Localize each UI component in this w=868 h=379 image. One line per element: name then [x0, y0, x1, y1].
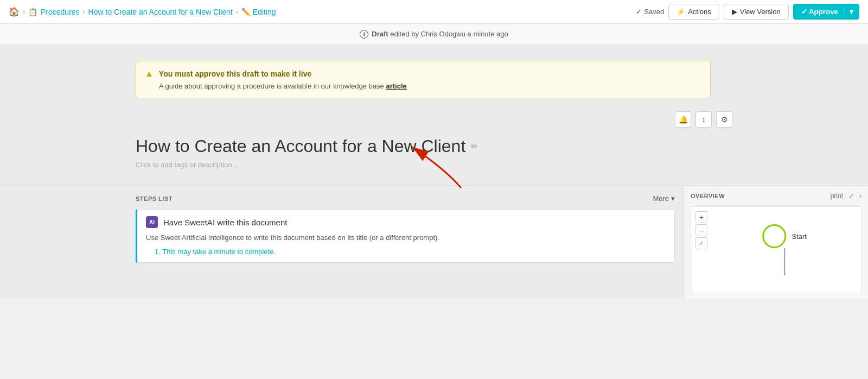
warning-description: A guide about approving a procedure is a…	[145, 82, 699, 90]
steps-card-title: Have SweetAI write this document	[163, 218, 287, 227]
flow-connector-line	[784, 248, 785, 264]
warning-triangle-icon: ▲	[145, 69, 154, 79]
chevron-down-icon: ▾	[671, 194, 675, 203]
flow-start-label: Start	[792, 232, 806, 241]
zoom-out-button[interactable]: –	[695, 224, 707, 236]
expand-icon[interactable]: ⤢	[848, 192, 854, 200]
steps-panel: STEPS LIST More ▾ AI Have SweetAI write …	[0, 186, 684, 299]
info-icon: i	[360, 30, 368, 39]
overview-header: OVERVIEW print ⤢ ›	[691, 192, 861, 200]
steps-more-button[interactable]: More ▾	[653, 194, 675, 203]
editing-label: ✏️ Editing	[241, 8, 276, 16]
play-icon: ▶	[732, 8, 737, 16]
print-button[interactable]: print	[831, 192, 843, 200]
settings-button[interactable]: ⚙	[716, 111, 732, 128]
approve-dropdown-arrow[interactable]: ▾	[844, 8, 859, 16]
draft-text: You must approve this draft to make it l…	[372, 30, 508, 38]
breadcrumb-document[interactable]: How to Create an Account for a New Clien…	[88, 8, 233, 16]
flow-start-circle	[762, 224, 786, 248]
steps-card-header: AI Have SweetAI write this document	[146, 216, 666, 228]
steps-card-body: Use Sweet Artificial Intelligence to wri…	[146, 232, 666, 243]
flow-diagram: Start	[762, 224, 806, 275]
document-toolbar: 🔔 ↕ ⚙	[136, 111, 732, 128]
flow-line-end	[784, 264, 785, 275]
overview-controls: print ⤢ ›	[831, 192, 861, 200]
steps-card-note: 1. This may take a minute to complete.	[146, 248, 666, 256]
pencil-icon: ✏️	[241, 8, 251, 16]
draft-word: Draft	[372, 30, 388, 38]
ai-icon: AI	[146, 216, 158, 228]
title-edit-icon[interactable]: ✏	[471, 141, 478, 151]
saved-status: ✓ Saved	[636, 8, 664, 16]
overview-map: + – ⤢ Start	[691, 206, 861, 293]
nav-right: ✓ Saved ⚡ Actions ▶ View Version ✓ Appro…	[636, 4, 859, 20]
zoom-in-button[interactable]: +	[695, 211, 707, 223]
view-version-button[interactable]: ▶ View Version	[724, 4, 789, 20]
breadcrumb-sep-3: ›	[236, 8, 238, 16]
breadcrumb-procedures[interactable]: Procedures	[41, 8, 80, 16]
draft-details: edited by Chris Odogwu a minute ago	[390, 30, 508, 38]
lightning-icon: ⚡	[676, 8, 685, 16]
sort-button[interactable]: ↕	[695, 111, 712, 128]
document-area: 🔔 ↕ ⚙ How to Create an Account for a New…	[0, 111, 868, 169]
overview-panel: OVERVIEW print ⤢ › + – ⤢ Start	[684, 186, 868, 299]
top-nav: 🏠 › 📋 Procedures › How to Create an Acco…	[0, 0, 868, 24]
draft-status-bar: i You must approve this draft to make it…	[0, 24, 868, 45]
notification-bell-button[interactable]: 🔔	[675, 111, 691, 128]
sweetai-card[interactable]: AI Have SweetAI write this document Use …	[136, 209, 675, 263]
warning-box: ▲ You must approve this draft to make it…	[136, 61, 711, 98]
zoom-controls: + – ⤢	[695, 211, 707, 249]
flow-start-row: Start	[762, 224, 806, 248]
home-icon[interactable]: 🏠	[9, 7, 20, 17]
actions-button[interactable]: ⚡ Actions	[668, 4, 719, 20]
check-icon: ✓	[636, 8, 642, 16]
steps-header: STEPS LIST More ▾	[136, 194, 675, 203]
document-title: How to Create an Account for a New Clien…	[136, 136, 732, 156]
overview-arrow-icon[interactable]: ›	[859, 192, 861, 200]
approve-label: ✓ Approve	[801, 8, 844, 16]
main-content: ▲ You must approve this draft to make it…	[0, 45, 868, 299]
steps-card-note-text: This may take a minute to complete.	[162, 248, 276, 256]
zoom-fit-button[interactable]: ⤢	[695, 237, 707, 249]
overview-title: OVERVIEW	[691, 193, 725, 199]
approve-check-icon: ✓	[801, 8, 809, 16]
knowledge-base-link[interactable]: article	[386, 82, 406, 90]
bottom-section: STEPS LIST More ▾ AI Have SweetAI write …	[0, 185, 868, 299]
breadcrumb-sep-1: ›	[23, 8, 25, 16]
breadcrumb: 🏠 › 📋 Procedures › How to Create an Acco…	[9, 7, 276, 17]
procedures-icon: 📋	[28, 8, 37, 16]
approve-button[interactable]: ✓ Approve ▾	[793, 4, 859, 20]
tags-description-placeholder[interactable]: Click to add tags or description...	[136, 161, 732, 169]
breadcrumb-sep-2: ›	[83, 8, 85, 16]
warning-title: ▲ You must approve this draft to make it…	[145, 69, 699, 79]
steps-list-title: STEPS LIST	[136, 195, 173, 202]
